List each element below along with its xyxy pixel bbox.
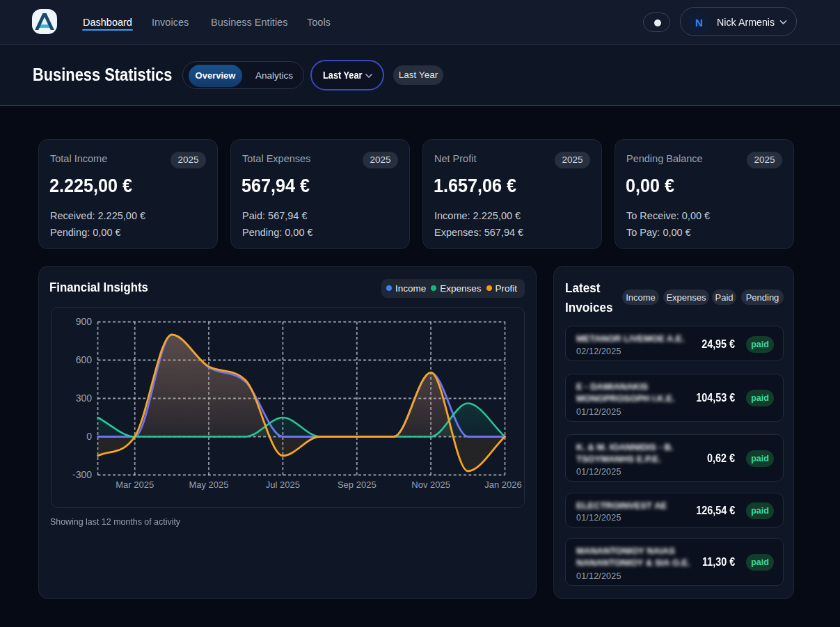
svg-text:-300: -300 xyxy=(72,469,92,480)
svg-text:Mar 2025: Mar 2025 xyxy=(116,479,154,490)
svg-text:0: 0 xyxy=(86,431,92,442)
svg-text:Jul 2025: Jul 2025 xyxy=(266,479,300,490)
svg-text:300: 300 xyxy=(76,392,93,404)
svg-text:May 2025: May 2025 xyxy=(189,479,228,490)
svg-text:900: 900 xyxy=(76,316,93,327)
svg-text:Sep 2025: Sep 2025 xyxy=(338,479,377,490)
svg-text:600: 600 xyxy=(76,354,93,365)
svg-text:Nov 2025: Nov 2025 xyxy=(411,479,450,490)
svg-text:Jan 2026: Jan 2026 xyxy=(484,479,522,490)
